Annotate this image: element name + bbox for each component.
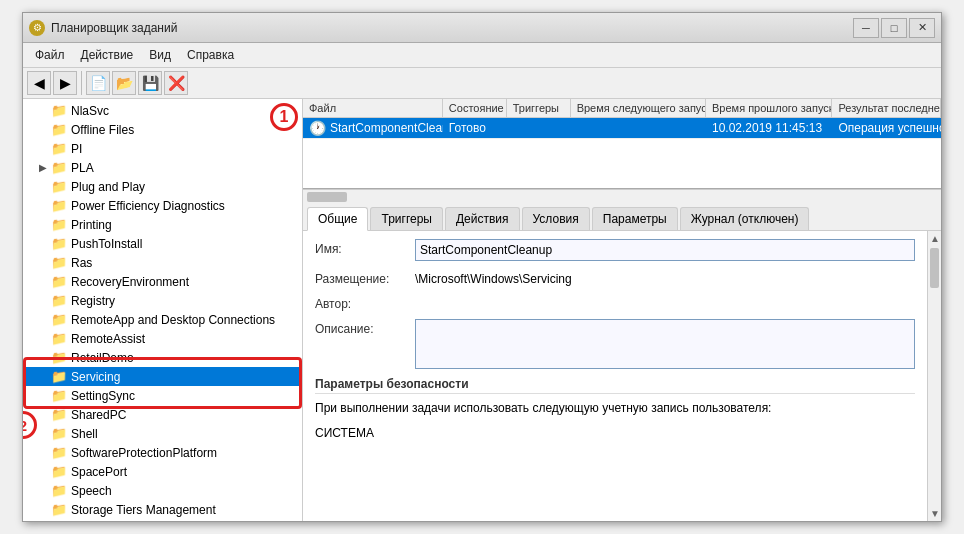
menu-file[interactable]: Файл bbox=[27, 45, 73, 65]
menu-help[interactable]: Справка bbox=[179, 45, 242, 65]
minimize-button[interactable]: ─ bbox=[853, 18, 879, 38]
col-next-run: Время следующего запуска bbox=[571, 99, 706, 117]
folder-icon: 📁 bbox=[51, 445, 67, 460]
tree-item[interactable]: 📁PI bbox=[23, 139, 302, 158]
description-row: Описание: bbox=[315, 319, 915, 369]
tree-view: 📁NlaSvc📁Offline Files📁PI▶📁PLA📁Plug and P… bbox=[23, 99, 302, 521]
task-next-run bbox=[571, 126, 706, 130]
name-label: Имя: bbox=[315, 239, 415, 256]
folder-icon: 📁 bbox=[51, 255, 67, 270]
tree-item[interactable]: 📁Power Efficiency Diagnostics bbox=[23, 196, 302, 215]
window-icon: ⚙ bbox=[29, 20, 45, 36]
tree-item-label: SpacePort bbox=[71, 465, 127, 479]
location-label: Размещение: bbox=[315, 269, 415, 286]
tabs-bar: Общие Триггеры Действия Условия Параметр… bbox=[303, 203, 941, 231]
folder-icon: 📁 bbox=[51, 217, 67, 232]
tree-item[interactable]: 📁Plug and Play bbox=[23, 177, 302, 196]
tab-journal[interactable]: Журнал (отключен) bbox=[680, 207, 810, 230]
save-button[interactable]: 💾 bbox=[138, 71, 162, 95]
description-input[interactable] bbox=[415, 319, 915, 369]
tree-item[interactable]: 📁Storage Tiers Management bbox=[23, 500, 302, 519]
toolbar: ◀ ▶ 📄 📂 💾 ❌ bbox=[23, 68, 941, 99]
tree-item[interactable]: 📁SharedPC bbox=[23, 405, 302, 424]
open-button[interactable]: 📂 bbox=[112, 71, 136, 95]
menu-bar: Файл Действие Вид Справка bbox=[23, 43, 941, 68]
tree-item[interactable]: 📁RemoteApp and Desktop Connections bbox=[23, 310, 302, 329]
detail-section: Общие Триггеры Действия Условия Параметр… bbox=[303, 203, 941, 521]
author-row: Автор: bbox=[315, 294, 915, 311]
close-button[interactable]: ✕ bbox=[909, 18, 935, 38]
badge-1: 1 bbox=[270, 103, 298, 131]
tree-item[interactable]: 📁Printing bbox=[23, 215, 302, 234]
folder-icon: 📁 bbox=[51, 312, 67, 327]
new-task-button[interactable]: 📄 bbox=[86, 71, 110, 95]
task-list-scrollbar[interactable] bbox=[303, 189, 941, 203]
tree-item[interactable]: 📁Offline Files bbox=[23, 120, 302, 139]
folder-icon: 📁 bbox=[51, 122, 67, 137]
tree-item-label: SettingSync bbox=[71, 389, 135, 403]
main-window: ⚙ Планировщик заданий ─ □ ✕ Файл Действи… bbox=[22, 12, 942, 522]
tree-item[interactable]: 📁RecoveryEnvironment bbox=[23, 272, 302, 291]
tree-item-label: Plug and Play bbox=[71, 180, 145, 194]
name-input[interactable] bbox=[415, 239, 915, 261]
tab-triggers[interactable]: Триггеры bbox=[370, 207, 443, 230]
tab-parameters[interactable]: Параметры bbox=[592, 207, 678, 230]
security-text: При выполнении задачи использовать следу… bbox=[315, 398, 915, 415]
tree-item-label: Storage Tiers Management bbox=[71, 503, 216, 517]
scroll-up-btn[interactable]: ▲ bbox=[928, 231, 941, 246]
tree-item[interactable]: 📁RetailDemo bbox=[23, 348, 302, 367]
tree-arrow-icon: ▶ bbox=[39, 162, 51, 173]
delete-button[interactable]: ❌ bbox=[164, 71, 188, 95]
tree-item[interactable]: 📁SoftwareProtectionPlatform bbox=[23, 443, 302, 462]
task-row[interactable]: 🕐 StartComponentCleanup Готово 10.02.201… bbox=[303, 118, 941, 139]
tree-item-label: SoftwareProtectionPlatform bbox=[71, 446, 217, 460]
security-text-row: При выполнении задачи использовать следу… bbox=[315, 398, 915, 415]
tree-item-label: PushToInstall bbox=[71, 237, 142, 251]
author-label: Автор: bbox=[315, 294, 415, 311]
tree-item-label: RemoteApp and Desktop Connections bbox=[71, 313, 275, 327]
tree-item[interactable]: 📁Registry bbox=[23, 291, 302, 310]
scroll-down-btn[interactable]: ▼ bbox=[928, 506, 941, 521]
tree-item-label: Printing bbox=[71, 218, 112, 232]
tab-actions[interactable]: Действия bbox=[445, 207, 520, 230]
tree-item[interactable]: 📁Speech bbox=[23, 481, 302, 500]
folder-icon: 📁 bbox=[51, 483, 67, 498]
tree-item[interactable]: 📁Servicing bbox=[23, 367, 302, 386]
main-content: 1 📁NlaSvc📁Offline Files📁PI▶📁PLA📁Plug and… bbox=[23, 99, 941, 521]
back-button[interactable]: ◀ bbox=[27, 71, 51, 95]
tree-item[interactable]: 📁RemoteAssist bbox=[23, 329, 302, 348]
tree-item[interactable]: 📁SpacePort bbox=[23, 462, 302, 481]
tree-item[interactable]: 📁Subscription bbox=[23, 519, 302, 521]
tree-item-label: Speech bbox=[71, 484, 112, 498]
tab-general[interactable]: Общие bbox=[307, 207, 368, 231]
tree-item[interactable]: 📁PushToInstall bbox=[23, 234, 302, 253]
toolbar-separator-1 bbox=[81, 71, 82, 95]
folder-icon: 📁 bbox=[51, 426, 67, 441]
forward-button[interactable]: ▶ bbox=[53, 71, 77, 95]
folder-icon: 📁 bbox=[51, 160, 67, 175]
scroll-thumb[interactable] bbox=[307, 192, 347, 202]
detail-scrollbar[interactable]: ▲ ▼ bbox=[927, 231, 941, 521]
tree-item[interactable]: 📁Shell bbox=[23, 424, 302, 443]
folder-icon: 📁 bbox=[51, 141, 67, 156]
menu-action[interactable]: Действие bbox=[73, 45, 142, 65]
tree-item[interactable]: 📁Ras bbox=[23, 253, 302, 272]
tab-conditions[interactable]: Условия bbox=[522, 207, 590, 230]
tree-item[interactable]: ▶📁PLA bbox=[23, 158, 302, 177]
tree-item-label: SharedPC bbox=[71, 408, 126, 422]
name-row: Имя: bbox=[315, 239, 915, 261]
tree-item[interactable]: 📁SettingSync bbox=[23, 386, 302, 405]
account-row: СИСТЕМА bbox=[315, 423, 915, 440]
folder-icon: 📁 bbox=[51, 179, 67, 194]
scroll-thumb-v[interactable] bbox=[930, 248, 939, 288]
tree-item-label: NlaSvc bbox=[71, 104, 109, 118]
tree-item[interactable]: 📁NlaSvc bbox=[23, 101, 302, 120]
account-value: СИСТЕМА bbox=[315, 423, 915, 440]
folder-icon: 📁 bbox=[51, 331, 67, 346]
right-panel: Файл Состояние Триггеры Время следующего… bbox=[303, 99, 941, 521]
menu-view[interactable]: Вид bbox=[141, 45, 179, 65]
folder-icon: 📁 bbox=[51, 293, 67, 308]
maximize-button[interactable]: □ bbox=[881, 18, 907, 38]
folder-icon: 📁 bbox=[51, 103, 67, 118]
folder-icon: 📁 bbox=[51, 198, 67, 213]
